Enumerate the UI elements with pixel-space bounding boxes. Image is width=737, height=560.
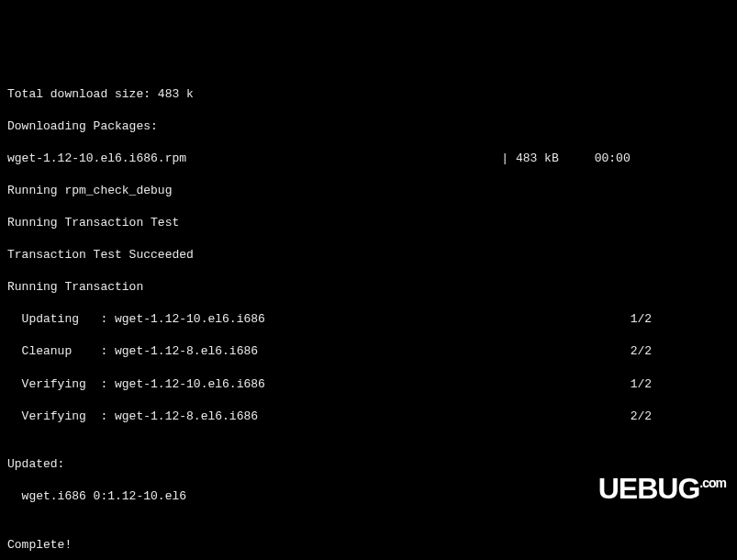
terminal-output[interactable]: Total download size: 483 k Downloading P… — [7, 70, 730, 560]
out-line: Updating : wget-1.12-10.el6.i686 1/2 — [7, 311, 730, 328]
out-line: Running Transaction — [7, 279, 730, 296]
out-line: Transaction Test Succeeded — [7, 247, 730, 263]
out-line: Running rpm_check_debug — [7, 183, 730, 199]
out-line: Total download size: 483 k — [7, 86, 730, 103]
out-line: Downloading Packages: — [7, 118, 730, 135]
out-line: wget-1.12-10.el6.i686.rpm | 483 kB 00:00 — [7, 151, 730, 167]
out-line: Running Transaction Test — [7, 215, 730, 231]
out-line: Verifying : wget-1.12-8.el6.i686 2/2 — [7, 409, 730, 425]
out-line: Updated: — [7, 456, 730, 473]
out-line: Cleanup : wget-1.12-8.el6.i686 2/2 — [7, 343, 730, 360]
out-line: Complete! — [7, 537, 730, 554]
out-line: Verifying : wget-1.12-10.el6.i686 1/2 — [7, 376, 730, 393]
out-line: wget.i686 0:1.12-10.el6 — [7, 488, 730, 505]
